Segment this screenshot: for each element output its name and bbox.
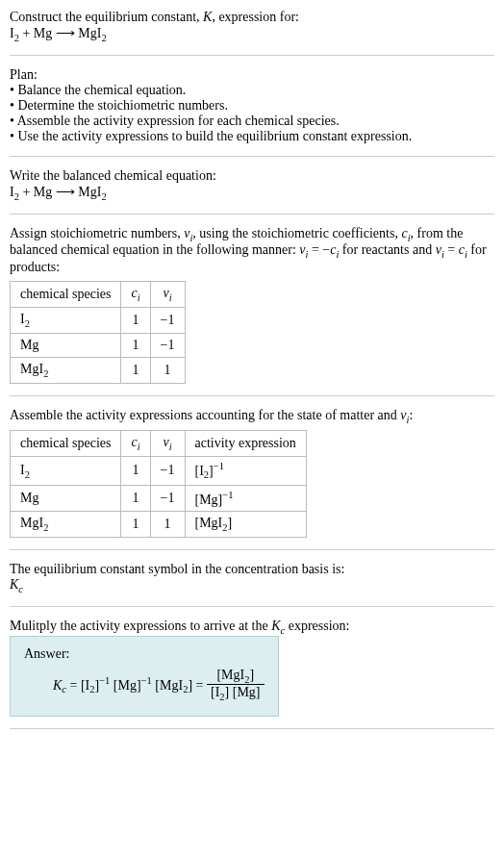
cell-activity: [MgI2]: [185, 512, 306, 538]
text: + Mg ⟶ MgI: [19, 185, 101, 199]
subscript: 2: [101, 191, 106, 202]
text: [I: [195, 464, 204, 478]
plan-title: Plan:: [10, 67, 494, 83]
section-plan: Plan: • Balance the chemical equation. •…: [10, 67, 494, 157]
cell-vi: −1: [150, 457, 185, 485]
answer-label: Answer:: [24, 646, 265, 662]
equation: I2 + Mg ⟶ MgI2: [10, 25, 494, 43]
superscript: −1: [99, 675, 110, 686]
var-K: K: [271, 619, 280, 633]
plan-bullet: • Balance the chemical equation.: [10, 83, 494, 98]
cell-vi: 1: [150, 357, 185, 383]
header-species: chemical species: [11, 282, 121, 308]
text: Assign stoichiometric numbers,: [10, 226, 184, 240]
header-ci: ci: [121, 431, 150, 457]
answer-box: Answer: Kc = [I2]−1 [Mg]−1 [MgI2] = [MgI…: [10, 636, 279, 718]
text: Mulitply the activity expressions to arr…: [10, 619, 271, 633]
cell-vi: −1: [150, 485, 185, 512]
cell-ci: 1: [121, 357, 150, 383]
cell-species: Mg: [11, 333, 121, 357]
answer-fraction: [MgI2] [I2] [Mg]: [207, 668, 265, 703]
equals: =: [192, 677, 203, 692]
cell-ci: 1: [121, 307, 150, 333]
bracket: ]: [249, 668, 254, 682]
table-row: MgI2 1 1 [MgI2]: [11, 512, 307, 538]
answer-lhs: Kc = [I2]−1 [Mg]−1 [MgI2] =: [24, 675, 203, 695]
section-final: Mulitply the activity expressions to arr…: [10, 619, 494, 729]
cell-activity: [Mg]−1: [185, 485, 306, 512]
table-row: I2 1 −1 [I2]−1: [11, 457, 307, 485]
table-row: MgI2 1 1: [11, 357, 186, 383]
header-ci: ci: [121, 282, 150, 308]
subscript: 2: [101, 33, 106, 43]
var-K: K: [10, 577, 18, 592]
cell-vi: −1: [150, 307, 185, 333]
text: :: [409, 408, 413, 422]
section-activity: Assemble the activity expressions accoun…: [10, 408, 494, 551]
table-row: Mg 1 −1: [11, 333, 186, 357]
equals: =: [66, 677, 81, 692]
cell-ci: 1: [121, 457, 150, 485]
answer-equation: Kc = [I2]−1 [Mg]−1 [MgI2] = [MgI2] [I2] …: [24, 668, 265, 703]
text: Mg: [118, 677, 137, 692]
cell-vi: −1: [150, 333, 185, 357]
cell-species: I2: [11, 307, 121, 333]
table-row: chemical species ci νi activity expressi…: [11, 431, 307, 457]
section-kc-symbol: The equilibrium constant symbol in the c…: [10, 562, 494, 607]
activity-table: chemical species ci νi activity expressi…: [10, 430, 307, 538]
kc-symbol-text: The equilibrium constant symbol in the c…: [10, 562, 494, 577]
sub-i: i: [169, 442, 172, 452]
cell-species: MgI2: [11, 357, 121, 383]
equation: I2 + Mg ⟶ MgI2: [10, 184, 494, 202]
text: [MgI: [195, 516, 223, 530]
activity-title: Assemble the activity expressions accoun…: [10, 408, 494, 425]
header-vi: νi: [150, 282, 185, 308]
text: MgI: [160, 677, 183, 692]
table-row: Mg 1 −1 [Mg]−1: [11, 485, 307, 512]
stoich-table: chemical species ci νi I2 1 −1 Mg 1 −1 M…: [10, 281, 186, 383]
superscript: −1: [222, 490, 233, 500]
variable-K: K: [203, 10, 212, 24]
cell-ci: 1: [121, 512, 150, 538]
text: = −: [308, 242, 330, 257]
problem-text: Construct the equilibrium constant, K, e…: [10, 10, 494, 25]
bracket: ]: [256, 685, 261, 699]
fraction-denominator: [I2] [Mg]: [207, 685, 265, 702]
text: MgI: [221, 668, 244, 682]
text: MgI: [20, 362, 43, 376]
sub-i: i: [169, 292, 172, 303]
header-activity: activity expression: [185, 431, 306, 457]
text: ]: [228, 516, 233, 530]
text: + Mg ⟶ MgI: [19, 26, 101, 40]
superscript: −1: [214, 461, 224, 471]
var-K: K: [53, 677, 62, 692]
text: Construct the equilibrium constant,: [10, 10, 203, 24]
subscript: 2: [25, 318, 30, 329]
text: [Mg]: [195, 492, 223, 506]
text: expression:: [285, 619, 349, 633]
kc-symbol: Kc: [10, 577, 494, 594]
text: MgI: [20, 516, 43, 530]
sub-i: i: [138, 442, 140, 452]
cell-vi: 1: [150, 512, 185, 538]
plan-bullet: • Assemble the activity expression for e…: [10, 114, 494, 129]
text: , using the stoichiometric coefficients,: [192, 226, 401, 240]
table-row: I2 1 −1: [11, 307, 186, 333]
cell-activity: [I2]−1: [185, 457, 306, 485]
table-row: chemical species ci νi: [11, 282, 186, 308]
plan-bullet: • Determine the stoichiometric numbers.: [10, 98, 494, 114]
section-balanced: Write the balanced chemical equation: I2…: [10, 168, 494, 215]
text: for reactants and: [339, 242, 435, 257]
subscript: 2: [25, 468, 30, 479]
cell-ci: 1: [121, 485, 150, 512]
plan-bullet: • Use the activity expressions to build …: [10, 129, 494, 144]
text: Assemble the activity expressions accoun…: [10, 408, 400, 422]
sub-i: i: [138, 292, 140, 303]
cell-species: Mg: [11, 485, 121, 512]
subscript: 2: [43, 522, 48, 533]
subscript: 2: [43, 368, 48, 379]
fraction-numerator: [MgI2]: [207, 668, 265, 686]
species-I2: I2: [10, 26, 19, 40]
section-stoich: Assign stoichiometric numbers, νi, using…: [10, 226, 494, 396]
cell-species: I2: [11, 457, 121, 485]
